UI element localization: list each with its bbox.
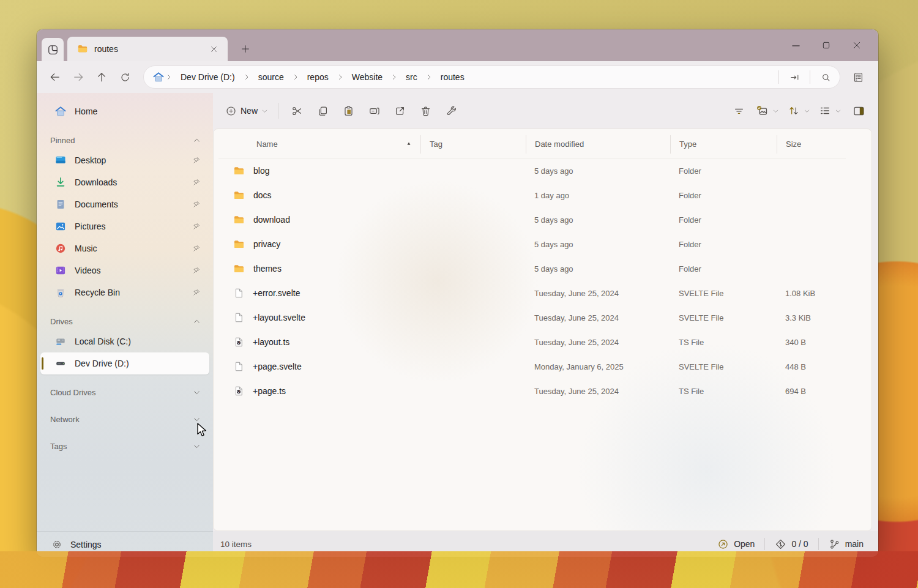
column-header-name[interactable]: Name — [218, 135, 420, 154]
sort-button[interactable] — [784, 100, 814, 122]
file-name: privacy — [253, 239, 280, 249]
settings-button[interactable]: Settings — [37, 531, 213, 557]
column-header-tag[interactable]: Tag — [420, 135, 526, 154]
tools-button[interactable] — [439, 100, 463, 122]
details-pane-button[interactable] — [846, 66, 870, 88]
delete-icon — [420, 105, 431, 117]
items-count: 10 items — [220, 540, 252, 549]
file-row-privacy[interactable]: privacy 5 days ago Folder — [218, 232, 846, 256]
sidebar-section-network[interactable]: Network — [37, 410, 213, 428]
file-size: 1.08 KiB — [777, 289, 846, 298]
sidebar-item-local-disk-c[interactable]: Local Disk (C:) — [40, 330, 209, 352]
sidebar-section-cloud-drives[interactable]: Cloud Drives — [37, 383, 213, 401]
sidebar-item-pictures[interactable]: Pictures — [40, 215, 209, 237]
breadcrumb-bar[interactable]: Dev Drive (D:) source repos Website src … — [143, 65, 840, 89]
chevron-up-icon[interactable] — [193, 318, 201, 326]
file-row-themes[interactable]: themes 5 days ago Folder — [218, 256, 846, 281]
breadcrumb-segment[interactable]: src — [401, 70, 422, 84]
breadcrumb-segment[interactable]: repos — [302, 70, 334, 84]
divider — [810, 70, 810, 84]
tab-close-button[interactable] — [207, 42, 220, 56]
layout-button[interactable] — [815, 100, 845, 122]
copy-button[interactable] — [310, 100, 335, 122]
file-row-page-svelte[interactable]: +page.svelte Monday, January 6, 2025 SVE… — [218, 354, 846, 379]
cut-button[interactable] — [285, 100, 309, 122]
chevron-down-icon[interactable] — [193, 442, 201, 450]
new-tab-button[interactable] — [236, 40, 255, 58]
column-header-date[interactable]: Date modified — [526, 135, 670, 154]
file-list: Name Tag Date modified Type Size blog — [213, 128, 872, 531]
sidebar-item-videos[interactable]: Videos — [40, 259, 209, 281]
desktop-icon — [54, 154, 67, 167]
filter-button[interactable] — [726, 100, 751, 122]
rename-button[interactable] — [362, 100, 386, 122]
breadcrumb-segment[interactable]: source — [253, 70, 289, 84]
git-branch-status[interactable]: main — [825, 536, 867, 553]
maximize-button[interactable] — [811, 33, 842, 58]
file-size: 694 B — [777, 387, 846, 396]
open-button[interactable]: Open — [714, 536, 758, 553]
file-row-layout-svelte[interactable]: +layout.svelte Tuesday, June 25, 2024 SV… — [218, 305, 846, 330]
delete-button[interactable] — [413, 100, 438, 122]
forward-button[interactable] — [67, 66, 89, 88]
git-sync-status[interactable]: 0 / 0 — [771, 536, 812, 553]
refresh-button[interactable] — [114, 66, 136, 88]
pin-icon — [192, 200, 201, 209]
minimize-button[interactable] — [780, 33, 811, 58]
file-row-page-ts[interactable]: +page.ts Tuesday, June 25, 2024 TS File … — [218, 379, 846, 403]
file-row-layout-ts[interactable]: +layout.ts Tuesday, June 25, 2024 TS Fil… — [218, 330, 846, 354]
file-type: Folder — [670, 166, 777, 176]
up-button[interactable] — [91, 66, 113, 88]
pin-icon — [192, 178, 201, 187]
breadcrumb-segment[interactable]: Dev Drive (D:) — [176, 70, 240, 84]
home-icon[interactable] — [152, 71, 165, 83]
go-to-end-button[interactable] — [784, 68, 805, 86]
sidebar-item-downloads[interactable]: Downloads — [40, 171, 209, 193]
tab-switcher-button[interactable] — [42, 38, 64, 61]
search-button[interactable] — [815, 68, 836, 86]
sidebar-item-label: Documents — [75, 199, 184, 209]
sidebar-item-label: Local Disk (C:) — [75, 337, 201, 346]
close-window-button[interactable] — [842, 33, 872, 58]
column-header-type[interactable]: Type — [670, 135, 777, 154]
column-label: Date modified — [535, 140, 584, 149]
sidebar-item-music[interactable]: Music — [40, 237, 209, 259]
file-row-error-svelte[interactable]: +error.svelte Tuesday, June 25, 2024 SVE… — [218, 281, 846, 305]
breadcrumb-segment[interactable]: routes — [436, 70, 469, 84]
sidebar-item-documents[interactable]: Documents — [40, 193, 209, 215]
sidebar-item-recycle-bin[interactable]: Recycle Bin — [40, 281, 209, 303]
new-button-label: New — [241, 106, 258, 116]
share-button[interactable] — [387, 100, 412, 122]
new-button[interactable]: New — [222, 100, 272, 122]
sidebar-item-dev-drive-d[interactable]: Dev Drive (D:) — [40, 352, 209, 374]
sidebar-section-tags[interactable]: Tags — [37, 437, 213, 455]
sidebar-item-desktop[interactable]: Desktop — [40, 149, 209, 171]
preview-pane-toggle[interactable] — [846, 100, 871, 122]
paste-button[interactable] — [336, 100, 360, 122]
chevron-up-icon[interactable] — [193, 136, 201, 144]
titlebar: routes — [37, 29, 878, 61]
group-by-button[interactable] — [752, 100, 783, 122]
file-date: 5 days ago — [526, 215, 670, 225]
tab-routes[interactable]: routes — [67, 37, 228, 61]
sidebar-item-home[interactable]: Home — [40, 100, 209, 122]
breadcrumb-segment[interactable]: Website — [347, 70, 387, 84]
file-row-docs[interactable]: docs 1 day ago Folder — [218, 183, 846, 207]
back-button[interactable] — [44, 66, 66, 88]
folder-icon — [233, 214, 245, 226]
plus-icon — [241, 44, 250, 54]
go-to-end-icon — [789, 72, 800, 83]
sort-icon — [788, 105, 800, 117]
videos-icon — [54, 264, 67, 277]
file-row-blog[interactable]: blog 5 days ago Folder — [218, 158, 846, 183]
sidebar-section-drives[interactable]: Drives — [37, 312, 213, 330]
chevron-right-icon — [242, 73, 251, 81]
file-row-download[interactable]: download 5 days ago Folder — [218, 207, 846, 232]
file-type: SVELTE File — [670, 313, 777, 322]
column-header-size[interactable]: Size — [777, 135, 846, 154]
sidebar-item-label: Recycle Bin — [75, 288, 184, 297]
file-type: Folder — [670, 191, 777, 200]
sidebar-item-label: Music — [75, 244, 184, 253]
chevron-down-icon[interactable] — [193, 389, 201, 396]
sidebar-section-pinned[interactable]: Pinned — [37, 131, 213, 149]
